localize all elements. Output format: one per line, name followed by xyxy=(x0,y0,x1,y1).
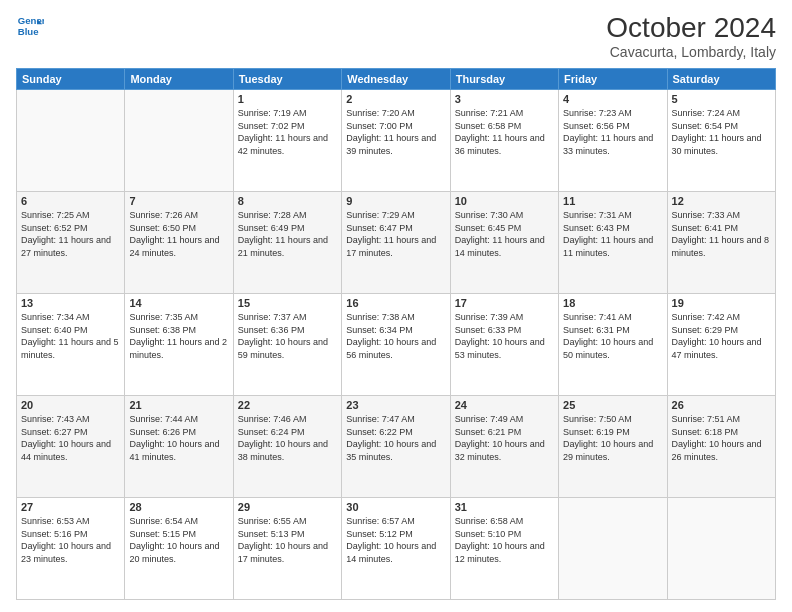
day-info: Sunrise: 6:55 AM Sunset: 5:13 PM Dayligh… xyxy=(238,515,337,565)
day-number: 6 xyxy=(21,195,120,207)
calendar-header-tuesday: Tuesday xyxy=(233,69,341,90)
calendar-week-row: 27Sunrise: 6:53 AM Sunset: 5:16 PM Dayli… xyxy=(17,498,776,600)
day-info: Sunrise: 7:44 AM Sunset: 6:26 PM Dayligh… xyxy=(129,413,228,463)
day-info: Sunrise: 7:24 AM Sunset: 6:54 PM Dayligh… xyxy=(672,107,771,157)
calendar-cell: 10Sunrise: 7:30 AM Sunset: 6:45 PM Dayli… xyxy=(450,192,558,294)
day-number: 31 xyxy=(455,501,554,513)
calendar-cell: 8Sunrise: 7:28 AM Sunset: 6:49 PM Daylig… xyxy=(233,192,341,294)
calendar-cell: 4Sunrise: 7:23 AM Sunset: 6:56 PM Daylig… xyxy=(559,90,667,192)
day-info: Sunrise: 7:39 AM Sunset: 6:33 PM Dayligh… xyxy=(455,311,554,361)
day-number: 2 xyxy=(346,93,445,105)
calendar-cell xyxy=(667,498,775,600)
logo-icon: General Blue xyxy=(16,12,44,40)
page-subtitle: Cavacurta, Lombardy, Italy xyxy=(606,44,776,60)
calendar-cell: 19Sunrise: 7:42 AM Sunset: 6:29 PM Dayli… xyxy=(667,294,775,396)
day-number: 24 xyxy=(455,399,554,411)
day-number: 20 xyxy=(21,399,120,411)
day-number: 8 xyxy=(238,195,337,207)
svg-text:Blue: Blue xyxy=(18,26,39,37)
day-info: Sunrise: 7:34 AM Sunset: 6:40 PM Dayligh… xyxy=(21,311,120,361)
day-info: Sunrise: 7:50 AM Sunset: 6:19 PM Dayligh… xyxy=(563,413,662,463)
day-number: 19 xyxy=(672,297,771,309)
calendar-header-friday: Friday xyxy=(559,69,667,90)
day-number: 18 xyxy=(563,297,662,309)
day-info: Sunrise: 7:41 AM Sunset: 6:31 PM Dayligh… xyxy=(563,311,662,361)
calendar-header-wednesday: Wednesday xyxy=(342,69,450,90)
day-number: 16 xyxy=(346,297,445,309)
day-number: 15 xyxy=(238,297,337,309)
day-info: Sunrise: 6:58 AM Sunset: 5:10 PM Dayligh… xyxy=(455,515,554,565)
day-number: 17 xyxy=(455,297,554,309)
day-number: 7 xyxy=(129,195,228,207)
calendar-cell: 15Sunrise: 7:37 AM Sunset: 6:36 PM Dayli… xyxy=(233,294,341,396)
calendar-cell: 11Sunrise: 7:31 AM Sunset: 6:43 PM Dayli… xyxy=(559,192,667,294)
calendar-header-monday: Monday xyxy=(125,69,233,90)
day-info: Sunrise: 7:46 AM Sunset: 6:24 PM Dayligh… xyxy=(238,413,337,463)
day-info: Sunrise: 6:53 AM Sunset: 5:16 PM Dayligh… xyxy=(21,515,120,565)
calendar-cell: 24Sunrise: 7:49 AM Sunset: 6:21 PM Dayli… xyxy=(450,396,558,498)
day-number: 12 xyxy=(672,195,771,207)
calendar-cell: 31Sunrise: 6:58 AM Sunset: 5:10 PM Dayli… xyxy=(450,498,558,600)
day-number: 9 xyxy=(346,195,445,207)
day-number: 10 xyxy=(455,195,554,207)
day-info: Sunrise: 7:33 AM Sunset: 6:41 PM Dayligh… xyxy=(672,209,771,259)
calendar-cell xyxy=(559,498,667,600)
calendar-cell: 17Sunrise: 7:39 AM Sunset: 6:33 PM Dayli… xyxy=(450,294,558,396)
day-info: Sunrise: 7:25 AM Sunset: 6:52 PM Dayligh… xyxy=(21,209,120,259)
calendar-cell xyxy=(125,90,233,192)
calendar-cell: 3Sunrise: 7:21 AM Sunset: 6:58 PM Daylig… xyxy=(450,90,558,192)
calendar-cell: 29Sunrise: 6:55 AM Sunset: 5:13 PM Dayli… xyxy=(233,498,341,600)
day-info: Sunrise: 7:51 AM Sunset: 6:18 PM Dayligh… xyxy=(672,413,771,463)
day-number: 22 xyxy=(238,399,337,411)
calendar-cell: 22Sunrise: 7:46 AM Sunset: 6:24 PM Dayli… xyxy=(233,396,341,498)
page-title: October 2024 xyxy=(606,12,776,44)
day-number: 1 xyxy=(238,93,337,105)
calendar-cell: 7Sunrise: 7:26 AM Sunset: 6:50 PM Daylig… xyxy=(125,192,233,294)
title-block: October 2024 Cavacurta, Lombardy, Italy xyxy=(606,12,776,60)
day-info: Sunrise: 7:47 AM Sunset: 6:22 PM Dayligh… xyxy=(346,413,445,463)
calendar-cell: 5Sunrise: 7:24 AM Sunset: 6:54 PM Daylig… xyxy=(667,90,775,192)
day-number: 3 xyxy=(455,93,554,105)
calendar-cell: 6Sunrise: 7:25 AM Sunset: 6:52 PM Daylig… xyxy=(17,192,125,294)
calendar-cell: 13Sunrise: 7:34 AM Sunset: 6:40 PM Dayli… xyxy=(17,294,125,396)
calendar-cell: 21Sunrise: 7:44 AM Sunset: 6:26 PM Dayli… xyxy=(125,396,233,498)
day-number: 27 xyxy=(21,501,120,513)
calendar-cell: 2Sunrise: 7:20 AM Sunset: 7:00 PM Daylig… xyxy=(342,90,450,192)
day-info: Sunrise: 7:21 AM Sunset: 6:58 PM Dayligh… xyxy=(455,107,554,157)
day-number: 29 xyxy=(238,501,337,513)
calendar-cell: 23Sunrise: 7:47 AM Sunset: 6:22 PM Dayli… xyxy=(342,396,450,498)
day-info: Sunrise: 6:54 AM Sunset: 5:15 PM Dayligh… xyxy=(129,515,228,565)
calendar-cell: 25Sunrise: 7:50 AM Sunset: 6:19 PM Dayli… xyxy=(559,396,667,498)
day-info: Sunrise: 7:29 AM Sunset: 6:47 PM Dayligh… xyxy=(346,209,445,259)
day-info: Sunrise: 7:35 AM Sunset: 6:38 PM Dayligh… xyxy=(129,311,228,361)
day-number: 14 xyxy=(129,297,228,309)
calendar-cell: 9Sunrise: 7:29 AM Sunset: 6:47 PM Daylig… xyxy=(342,192,450,294)
calendar-cell: 18Sunrise: 7:41 AM Sunset: 6:31 PM Dayli… xyxy=(559,294,667,396)
day-number: 5 xyxy=(672,93,771,105)
day-number: 13 xyxy=(21,297,120,309)
page-header: General Blue October 2024 Cavacurta, Lom… xyxy=(16,12,776,60)
calendar-cell: 28Sunrise: 6:54 AM Sunset: 5:15 PM Dayli… xyxy=(125,498,233,600)
day-info: Sunrise: 7:20 AM Sunset: 7:00 PM Dayligh… xyxy=(346,107,445,157)
day-number: 21 xyxy=(129,399,228,411)
day-info: Sunrise: 7:31 AM Sunset: 6:43 PM Dayligh… xyxy=(563,209,662,259)
calendar-week-row: 13Sunrise: 7:34 AM Sunset: 6:40 PM Dayli… xyxy=(17,294,776,396)
day-info: Sunrise: 7:30 AM Sunset: 6:45 PM Dayligh… xyxy=(455,209,554,259)
day-number: 26 xyxy=(672,399,771,411)
calendar-cell: 12Sunrise: 7:33 AM Sunset: 6:41 PM Dayli… xyxy=(667,192,775,294)
day-number: 25 xyxy=(563,399,662,411)
calendar-week-row: 20Sunrise: 7:43 AM Sunset: 6:27 PM Dayli… xyxy=(17,396,776,498)
day-number: 23 xyxy=(346,399,445,411)
calendar-week-row: 1Sunrise: 7:19 AM Sunset: 7:02 PM Daylig… xyxy=(17,90,776,192)
day-number: 28 xyxy=(129,501,228,513)
day-info: Sunrise: 7:23 AM Sunset: 6:56 PM Dayligh… xyxy=(563,107,662,157)
day-number: 30 xyxy=(346,501,445,513)
calendar-header-row: SundayMondayTuesdayWednesdayThursdayFrid… xyxy=(17,69,776,90)
calendar-cell: 16Sunrise: 7:38 AM Sunset: 6:34 PM Dayli… xyxy=(342,294,450,396)
calendar-cell: 27Sunrise: 6:53 AM Sunset: 5:16 PM Dayli… xyxy=(17,498,125,600)
calendar-header-thursday: Thursday xyxy=(450,69,558,90)
calendar-table: SundayMondayTuesdayWednesdayThursdayFrid… xyxy=(16,68,776,600)
day-info: Sunrise: 6:57 AM Sunset: 5:12 PM Dayligh… xyxy=(346,515,445,565)
calendar-header-saturday: Saturday xyxy=(667,69,775,90)
calendar-cell: 30Sunrise: 6:57 AM Sunset: 5:12 PM Dayli… xyxy=(342,498,450,600)
